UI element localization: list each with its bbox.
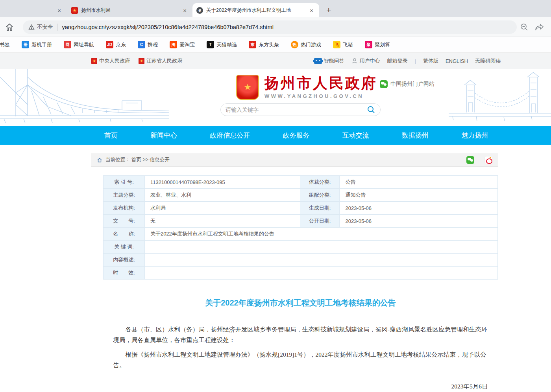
- meta-value: 关于2022年度扬州市水利工程文明工地考核结果的公告: [144, 228, 497, 241]
- article-date: 2023年5月6日: [113, 383, 488, 391]
- zoom-out-icon[interactable]: [520, 23, 529, 31]
- nav-item-info-disclosure[interactable]: 政府信息公开: [210, 131, 250, 140]
- bookmark-label: 热门游戏: [301, 41, 321, 48]
- site-favicon-icon: e: [196, 7, 203, 14]
- nav-item-services[interactable]: 政务服务: [283, 131, 309, 140]
- mail-login-link[interactable]: 邮箱登录: [387, 57, 408, 64]
- bookmark-item[interactable]: 机书签: [0, 41, 10, 48]
- bookmark-item[interactable]: 网网址导航: [64, 41, 94, 48]
- breadcrumb-home-icon[interactable]: [97, 157, 102, 163]
- search-input[interactable]: [226, 107, 367, 113]
- tab-partial[interactable]: ×: [0, 3, 67, 17]
- bookmark-favicon-icon: 聚: [365, 41, 372, 48]
- share-icon[interactable]: [535, 23, 544, 31]
- bookmark-favicon-icon: 网: [64, 41, 71, 48]
- meta-value: 通知公告: [340, 189, 498, 202]
- meta-value: [144, 241, 497, 254]
- share-weibo-icon[interactable]: [484, 156, 492, 164]
- bookmark-item[interactable]: 东东方头条: [249, 41, 279, 48]
- close-icon[interactable]: ×: [55, 7, 63, 14]
- nav-item-news[interactable]: 新闻中心: [150, 131, 177, 140]
- bookmark-label: 新机手册: [31, 41, 52, 48]
- bookmark-item[interactable]: 淘爱淘宝: [170, 41, 195, 48]
- meta-value: 2023-05-06: [340, 202, 498, 215]
- nav-item-home[interactable]: 首页: [104, 131, 118, 140]
- gov-emblem-icon: ★: [91, 58, 97, 64]
- bookmark-label: 携程: [148, 41, 158, 48]
- breadcrumb-prefix: 当前位置：: [105, 157, 130, 162]
- site-url-text: WWW.YANGZHOU.GOV.CN: [264, 93, 377, 99]
- user-center-link[interactable]: 用户中心: [351, 57, 380, 64]
- bookmark-favicon-icon: T: [207, 41, 214, 48]
- security-status-label[interactable]: 不安全: [37, 24, 53, 31]
- bookmark-label: 天猫精选: [216, 41, 237, 48]
- gov-link-label: 中央人民政府: [99, 57, 130, 64]
- share-wechat-icon[interactable]: [466, 156, 474, 164]
- portal-label: 中国扬州门户网站: [390, 81, 435, 88]
- meta-label: 关 键 词:: [104, 241, 145, 254]
- browser-toolbar: 不安全 yangzhou.gov.cn/yzszxxgk/slj/202305/…: [0, 17, 551, 37]
- meta-label: 内容概述:: [104, 254, 145, 267]
- meta-label: 组配分类:: [300, 189, 340, 202]
- bookmark-favicon-icon: 热: [291, 41, 298, 48]
- bookmark-item[interactable]: 聚聚划算: [365, 41, 390, 48]
- tab-shuiliju[interactable]: ★ 扬州市水利局 ×: [67, 3, 192, 17]
- article-paragraph: 各县（市、区）水利（务）局，扬州经济开发区城乡事务管理局，生态科技新城规划建设局…: [113, 324, 488, 345]
- bookmark-favicon-icon: 飞: [333, 41, 340, 48]
- site-name: 扬州市人民政府: [264, 75, 377, 92]
- bookmark-label: 机书签: [0, 41, 10, 48]
- bookmark-item[interactable]: 册新机手册: [22, 41, 52, 48]
- url-text[interactable]: yangzhou.gov.cn/yzszxxgk/slj/202305/210c…: [62, 24, 274, 30]
- gov-emblem-icon: ★: [139, 58, 144, 64]
- meta-value: 2023-05-06: [340, 215, 498, 228]
- home-icon[interactable]: [5, 22, 15, 32]
- bookmark-item[interactable]: C携程: [138, 41, 158, 48]
- url-address-bar[interactable]: 不安全 yangzhou.gov.cn/yzszxxgk/slj/202305/…: [23, 20, 517, 34]
- search-icon[interactable]: [367, 105, 375, 114]
- table-row: 索 引 号: 11321000014407098E-2023-095 体裁分类:…: [104, 176, 498, 189]
- meta-label: 发布机构:: [104, 202, 145, 215]
- meta-value: 农业、林业、水利: [144, 189, 300, 202]
- accessibility-link[interactable]: 无障碍阅读: [475, 57, 501, 64]
- close-icon[interactable]: ×: [181, 7, 189, 14]
- portal-link[interactable]: 中国扬州门户网站: [380, 80, 435, 88]
- close-icon[interactable]: ×: [308, 7, 315, 14]
- bookmark-item[interactable]: JD京东: [106, 41, 126, 48]
- bookmark-item[interactable]: 热热门游戏: [291, 41, 321, 48]
- meta-value: 无: [144, 215, 300, 228]
- bookmark-favicon-icon: 东: [249, 41, 256, 48]
- bookmark-label: 聚划算: [375, 41, 390, 48]
- breadcrumb: 当前位置： 首页 >> 信息公开: [91, 153, 498, 167]
- meta-value: [144, 254, 497, 267]
- meta-value: 11321000014407098E-2023-095: [144, 176, 300, 189]
- browser-tab-bar: × ★ 扬州市水利局 × e 关于2022年度扬州市水利工程文明工地 × +: [0, 0, 551, 17]
- breadcrumb-separator: >>: [142, 157, 148, 162]
- traditional-link[interactable]: 繁体版: [423, 57, 438, 64]
- robot-icon: [314, 58, 322, 64]
- link-central-gov[interactable]: ★ 中央人民政府: [91, 57, 130, 64]
- bookmark-favicon-icon: 淘: [170, 41, 177, 48]
- site-logo[interactable]: ★ 扬州市人民政府 WWW.YANGZHOU.GOV.CN: [236, 75, 377, 100]
- smart-qa-label: 智能问答: [324, 57, 344, 64]
- person-icon: [351, 58, 358, 64]
- link-jiangsu-gov[interactable]: ★ 江苏省人民政府: [139, 57, 182, 64]
- bookmark-item[interactable]: T天猫精选: [207, 41, 237, 48]
- meta-label: 文 号:: [104, 215, 145, 228]
- breadcrumb-link-section[interactable]: 信息公开: [150, 157, 170, 162]
- bookmark-item[interactable]: 飞飞猪: [333, 41, 353, 48]
- tab-announcement-active[interactable]: e 关于2022年度扬州市水利工程文明工地 ×: [192, 3, 319, 17]
- table-row: 名 称: 关于2022年度扬州市水利工程文明工地考核结果的公告: [104, 228, 498, 241]
- smart-qa-link[interactable]: 智能问答: [314, 57, 344, 64]
- new-tab-button[interactable]: +: [322, 6, 335, 15]
- gov-top-bar: ★ 中央人民政府 ★ 江苏省人民政府 智能问答 用户中心 邮箱登录 | 繁体版 …: [0, 53, 551, 69]
- nav-item-interaction[interactable]: 互动交流: [342, 131, 369, 140]
- nav-item-data[interactable]: 数据扬州: [402, 131, 429, 140]
- bookmark-label: 京东: [116, 41, 126, 48]
- breadcrumb-link-home[interactable]: 首页: [131, 157, 141, 162]
- tab-title: 扬州市水利局: [81, 7, 178, 14]
- english-link[interactable]: ENGLISH: [446, 58, 468, 64]
- meta-value: 公告: [340, 176, 498, 189]
- site-search-box[interactable]: [220, 103, 381, 116]
- article-title: 关于2022年度扬州市水利工程文明工地考核结果的公告: [103, 298, 498, 308]
- nav-item-charm[interactable]: 魅力扬州: [461, 131, 488, 140]
